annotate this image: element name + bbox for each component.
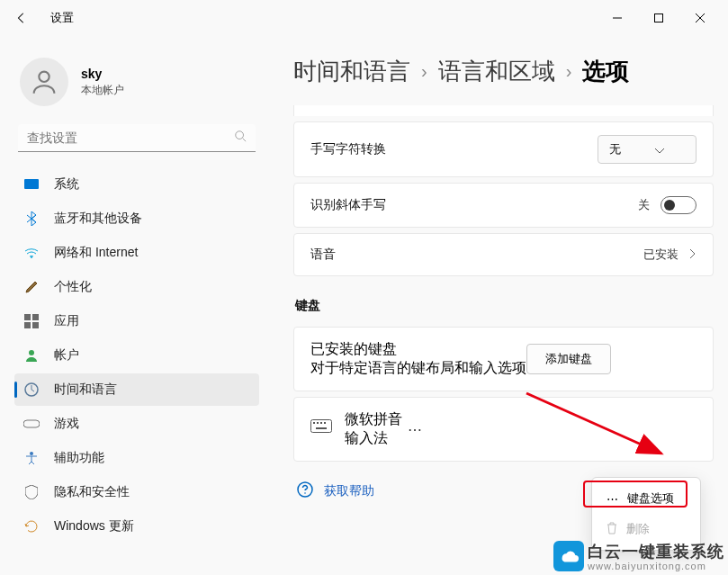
context-delete: 删除 <box>598 514 695 544</box>
chevron-right-icon: › <box>421 61 427 82</box>
account-icon <box>23 347 40 364</box>
row-handwriting[interactable]: 手写字符转换 无 <box>293 121 714 177</box>
crumb-time-lang[interactable]: 时间和语言 <box>293 56 410 87</box>
avatar <box>20 58 68 106</box>
row-ime[interactable]: 微软拼音 输入法 ⋯ <box>293 397 714 462</box>
svg-rect-11 <box>23 420 40 427</box>
nav-privacy[interactable]: 隐私和安全性 <box>14 476 259 508</box>
handwriting-select[interactable]: 无 <box>598 135 697 164</box>
help-icon <box>297 481 313 501</box>
installed-title: 已安装的键盘 <box>310 340 526 359</box>
svg-rect-3 <box>24 179 39 189</box>
profile-name: sky <box>81 67 124 81</box>
context-keyboard-options[interactable]: ⋯ 键盘选项 <box>598 483 695 514</box>
context-label: 键盘选项 <box>627 490 674 507</box>
row-speech[interactable]: 语音 已安装 <box>293 233 714 276</box>
svg-rect-8 <box>32 322 39 328</box>
nav-apps[interactable]: 应用 <box>14 305 259 337</box>
svg-rect-17 <box>324 422 326 424</box>
nav-accounts[interactable]: 帐户 <box>14 339 259 372</box>
nav-time-language[interactable]: 时间和语言 <box>14 373 259 406</box>
svg-point-4 <box>31 256 32 258</box>
shield-icon <box>23 484 40 500</box>
svg-rect-13 <box>311 420 332 433</box>
person-icon <box>29 67 59 97</box>
toggle-state: 关 <box>638 197 650 213</box>
keyboard-icon <box>310 419 332 439</box>
row-label: 手写字符转换 <box>310 141 386 157</box>
svg-rect-5 <box>24 314 31 320</box>
nav-system[interactable]: 系统 <box>14 168 259 201</box>
card-fragment <box>293 105 714 116</box>
window-title: 设置 <box>50 10 74 26</box>
nav-network[interactable]: 网络和 Internet <box>14 237 259 269</box>
row-label: 语音 <box>310 247 336 263</box>
svg-point-1 <box>39 72 49 82</box>
row-label: 识别斜体手写 <box>310 197 386 213</box>
watermark-url: www.baiyunxitong.com <box>588 561 724 571</box>
svg-rect-0 <box>655 14 663 22</box>
status-text: 已安装 <box>643 247 679 263</box>
bluetooth-icon <box>23 211 40 227</box>
watermark-logo <box>553 541 584 571</box>
search-input[interactable] <box>27 130 234 145</box>
arrow-left-icon <box>15 12 28 24</box>
chevron-down-icon <box>655 143 664 157</box>
installed-sub: 对于特定语言的键布局和输入选项 <box>310 359 526 378</box>
select-value: 无 <box>609 141 621 157</box>
profile[interactable]: sky 本地帐户 <box>14 54 259 124</box>
context-label: 删除 <box>626 521 650 537</box>
update-icon <box>23 518 40 535</box>
trash-icon <box>607 522 617 537</box>
svg-rect-18 <box>316 427 327 429</box>
section-keyboard: 键盘 <box>295 298 714 314</box>
display-icon <box>23 176 40 193</box>
crumb-options: 选项 <box>582 56 629 87</box>
italic-toggle[interactable] <box>661 196 697 214</box>
maximize-button[interactable] <box>638 4 679 32</box>
clock-globe-icon <box>23 382 40 398</box>
row-italic-handwriting[interactable]: 识别斜体手写 关 <box>293 183 714 228</box>
ime-title: 微软拼音 <box>345 410 402 429</box>
svg-rect-14 <box>313 422 315 424</box>
nav-accessibility[interactable]: 辅助功能 <box>14 442 259 474</box>
svg-rect-6 <box>32 314 39 320</box>
svg-point-2 <box>236 131 244 139</box>
profile-sub: 本地帐户 <box>81 83 124 98</box>
svg-point-9 <box>29 350 34 355</box>
minimize-icon <box>613 13 622 22</box>
watermark-text: 白云一键重装系统 <box>588 541 724 562</box>
back-button[interactable] <box>7 4 36 32</box>
svg-rect-16 <box>320 422 322 424</box>
nav-updates[interactable]: Windows 更新 <box>14 510 259 543</box>
svg-point-12 <box>30 452 33 455</box>
sidebar: sky 本地帐户 系统 蓝牙和其他设备 网络和 Internet 个性化 应用 … <box>0 36 268 575</box>
nav-gaming[interactable]: 游戏 <box>14 408 259 440</box>
ellipsis-icon: ⋯ <box>607 492 618 506</box>
help-text[interactable]: 获取帮助 <box>324 483 374 499</box>
nav-personalize[interactable]: 个性化 <box>14 271 259 303</box>
ime-more-button[interactable]: ⋯ <box>402 418 429 442</box>
crumb-lang-region[interactable]: 语言和区域 <box>438 56 555 87</box>
maximize-icon <box>654 13 663 22</box>
search-box[interactable] <box>18 124 256 152</box>
close-button[interactable] <box>679 4 721 32</box>
search-icon <box>234 130 247 146</box>
breadcrumb: 时间和语言 › 语言和区域 › 选项 <box>293 56 714 87</box>
ime-context-menu: ⋯ 键盘选项 删除 <box>591 477 701 551</box>
nav-bluetooth[interactable]: 蓝牙和其他设备 <box>14 202 259 235</box>
ime-sub: 输入法 <box>345 429 402 448</box>
gamepad-icon <box>23 416 40 432</box>
window-controls <box>597 4 721 32</box>
add-keyboard-button[interactable]: 添加键盘 <box>526 344 611 374</box>
chevron-right-icon <box>689 247 697 263</box>
titlebar: 设置 <box>0 0 728 36</box>
watermark: 白云一键重装系统 www.baiyunxitong.com <box>553 541 724 571</box>
apps-icon <box>23 313 40 329</box>
accessibility-icon <box>23 450 40 466</box>
svg-rect-7 <box>24 322 31 328</box>
nav: 系统 蓝牙和其他设备 网络和 Internet 个性化 应用 帐户 时间和语言 … <box>14 168 259 543</box>
minimize-button[interactable] <box>597 4 638 32</box>
close-icon <box>696 13 705 22</box>
brush-icon <box>23 279 40 295</box>
